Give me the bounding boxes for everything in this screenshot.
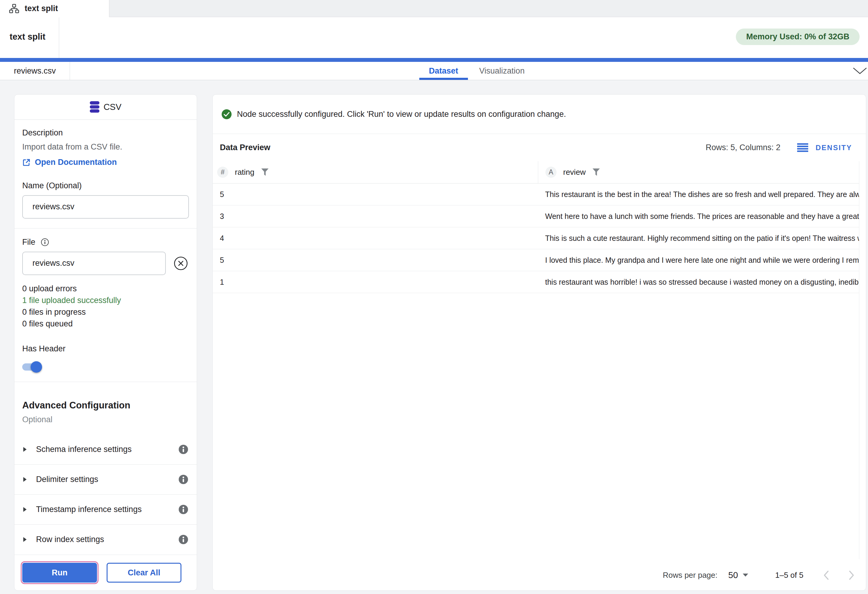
csv-config-panel: CSV Description Import data from a CSV f…	[14, 94, 197, 591]
review-cell: This is such a cute restaurant. Highly r…	[538, 227, 859, 249]
next-page-button[interactable]	[849, 570, 855, 580]
file-input[interactable]	[22, 252, 166, 275]
open-documentation-link[interactable]: Open Documentation	[22, 158, 117, 167]
app-tab-text-split[interactable]: text split	[0, 0, 109, 17]
main-area: CSV Description Import data from a CSV f…	[0, 80, 868, 594]
column-name: rating	[235, 168, 254, 177]
density-button[interactable]: DENSITY	[797, 143, 852, 152]
info-filled-icon[interactable]	[179, 475, 188, 484]
x-circle-icon	[174, 256, 188, 271]
section-timestamp-inference-settings[interactable]: Timestamp inference settings	[15, 495, 197, 525]
workflow-icon	[9, 4, 19, 13]
section-schema-inference-settings[interactable]: Schema inference settings	[15, 435, 197, 464]
run-button[interactable]: Run	[22, 563, 97, 582]
text-type-badge: A	[545, 167, 557, 178]
description-section: Description Import data from a CSV file.…	[15, 120, 197, 228]
advanced-heading: Advanced Configuration	[22, 400, 189, 411]
has-header-toggle[interactable]	[22, 361, 41, 373]
rows-per-page-value: 50	[728, 570, 738, 580]
column-header-rating: # rating	[213, 161, 538, 183]
page-title: text split	[10, 32, 45, 42]
file-tab-reviews-csv[interactable]: reviews.csv	[0, 62, 70, 80]
app-root: text split text split Memory Used: 0% of…	[0, 0, 868, 594]
advanced-configuration-header: Advanced Configuration Optional	[15, 382, 197, 435]
info-filled-icon[interactable]	[179, 444, 188, 454]
app-tab-label: text split	[25, 4, 58, 13]
density-label: DENSITY	[815, 143, 852, 152]
description-text: Import data from a CSV file.	[22, 142, 189, 152]
column-header-review: A review	[538, 161, 859, 183]
dropdown-caret-icon	[743, 573, 748, 576]
file-section: File	[15, 228, 197, 382]
page-range: 1–5 of 5	[775, 570, 803, 580]
config-actions: Run Clear All	[15, 555, 197, 590]
preview-toolbar: Data Preview Rows: 5, Columns: 2 D	[213, 134, 866, 161]
rating-cell: 1	[213, 271, 538, 293]
caret-right-icon	[23, 476, 27, 482]
column-name: review	[563, 168, 586, 177]
toggle-knob	[31, 361, 42, 373]
info-filled-icon[interactable]	[179, 535, 188, 544]
rows-per-page-select[interactable]: 50	[728, 570, 748, 580]
node-type-label: CSV	[103, 102, 122, 112]
tab-dataset[interactable]: Dataset	[419, 62, 468, 80]
table-row: 3 Went here to have a lunch with some fr…	[213, 205, 859, 227]
numeric-type-badge: #	[217, 167, 228, 178]
upload-queued-status: 0 files queued	[22, 318, 189, 330]
pagination-bar: Rows per page: 50 1–5 of 5	[213, 559, 866, 591]
rating-cell: 5	[213, 183, 538, 205]
caret-right-icon	[23, 507, 27, 512]
status-message-text: Node successfully configured. Click 'Run…	[237, 110, 566, 119]
table-row: 4 This is such a cute restaurant. Highly…	[213, 227, 859, 249]
review-cell: This restaurant is the best in the area!…	[538, 183, 859, 205]
grid-header-row: # rating A review	[213, 161, 859, 183]
table-row: 5 I loved this place. My grandpa and I w…	[213, 249, 859, 271]
rows-per-page-label: Rows per page:	[663, 570, 717, 580]
file-field-label: File	[22, 237, 35, 247]
density-icon	[797, 143, 808, 152]
node-type-header: CSV	[15, 94, 197, 120]
chevron-right-icon	[849, 570, 855, 580]
name-field-label: Name (Optional)	[22, 181, 189, 190]
chevron-left-icon	[823, 570, 829, 580]
review-cell: Went here to have a lunch with some frie…	[538, 205, 859, 227]
rating-cell: 4	[213, 227, 538, 249]
view-tabs: Dataset Visualization	[419, 62, 534, 80]
tab-visualization[interactable]: Visualization	[470, 62, 534, 80]
node-status-message: Node successfully configured. Click 'Run…	[213, 94, 866, 134]
section-row-index-settings[interactable]: Row index settings	[15, 525, 197, 555]
table-row: 5 This restaurant is the best in the are…	[213, 183, 859, 205]
accent-bar	[0, 58, 868, 62]
results-panel: Node successfully configured. Click 'Run…	[213, 94, 866, 591]
section-delimiter-settings[interactable]: Delimiter settings	[15, 464, 197, 495]
upload-status-list: 0 upload errors 1 file uploaded successf…	[22, 283, 189, 330]
caret-right-icon	[23, 447, 27, 452]
info-circle-icon[interactable]	[41, 238, 49, 246]
name-input[interactable]	[22, 195, 189, 219]
info-filled-icon[interactable]	[179, 504, 188, 514]
filter-icon[interactable]	[592, 168, 600, 176]
rating-cell: 3	[213, 205, 538, 227]
upload-in-progress-status: 0 files in progress	[22, 306, 189, 318]
chevron-down-icon[interactable]	[853, 67, 867, 74]
previous-page-button[interactable]	[823, 570, 829, 580]
description-heading: Description	[22, 128, 189, 137]
memory-usage-badge: Memory Used: 0% of 32GB	[736, 28, 859, 45]
preview-title: Data Preview	[220, 143, 270, 152]
has-header-label: Has Header	[22, 344, 189, 354]
upload-success-status: 1 file uploaded successfully	[22, 295, 189, 306]
caret-right-icon	[23, 537, 27, 542]
external-link-icon	[22, 158, 31, 167]
clear-all-button[interactable]: Clear All	[106, 563, 182, 582]
filter-icon[interactable]	[261, 168, 269, 176]
review-cell: I loved this place. My grandpa and I wer…	[538, 249, 859, 271]
database-icon	[90, 101, 99, 113]
subnav: reviews.csv Dataset Visualization	[0, 62, 868, 80]
file-tab-label: reviews.csv	[14, 66, 56, 76]
upload-errors-status: 0 upload errors	[22, 283, 189, 295]
rows-columns-summary: Rows: 5, Columns: 2	[706, 143, 780, 152]
active-tab-underline	[419, 78, 468, 80]
review-cell: this restaurant was horrible! i was so s…	[538, 271, 859, 293]
remove-file-button[interactable]	[174, 256, 188, 271]
table-row: 1 this restaurant was horrible! i was so…	[213, 271, 859, 293]
